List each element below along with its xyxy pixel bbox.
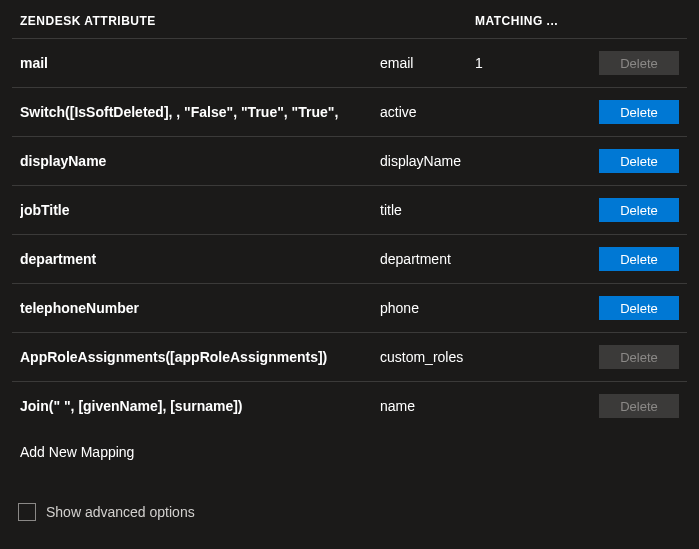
action-cell: Delete <box>589 51 679 75</box>
table-row[interactable]: telephoneNumberphoneDelete <box>12 284 687 333</box>
source-attribute: AppRoleAssignments([appRoleAssignments]) <box>20 349 380 365</box>
action-cell: Delete <box>589 247 679 271</box>
delete-button[interactable]: Delete <box>599 296 679 320</box>
show-advanced-checkbox[interactable] <box>18 503 36 521</box>
delete-button[interactable]: Delete <box>599 149 679 173</box>
target-attribute: email <box>380 55 475 71</box>
show-advanced-options-control[interactable]: Show advanced options <box>18 503 195 521</box>
source-attribute: telephoneNumber <box>20 300 380 316</box>
target-attribute: custom_roles <box>380 349 475 365</box>
target-attribute: title <box>380 202 475 218</box>
delete-button[interactable]: Delete <box>599 198 679 222</box>
table-row[interactable]: AppRoleAssignments([appRoleAssignments])… <box>12 333 687 382</box>
header-source: ZENDESK ATTRIBUTE <box>20 14 380 28</box>
table-row[interactable]: jobTitletitleDelete <box>12 186 687 235</box>
source-attribute: jobTitle <box>20 202 380 218</box>
table-row[interactable]: Join(" ", [givenName], [surname])nameDel… <box>12 382 687 430</box>
table-row[interactable]: departmentdepartmentDelete <box>12 235 687 284</box>
source-attribute: mail <box>20 55 380 71</box>
action-cell: Delete <box>589 149 679 173</box>
action-cell: Delete <box>589 394 679 418</box>
delete-button[interactable]: Delete <box>599 247 679 271</box>
target-attribute: phone <box>380 300 475 316</box>
delete-button: Delete <box>599 345 679 369</box>
table-body: mailemail1DeleteSwitch([IsSoftDeleted], … <box>12 39 687 430</box>
header-matching: MATCHING ... <box>475 14 589 28</box>
table-header: ZENDESK ATTRIBUTE MATCHING ... <box>12 0 687 39</box>
delete-button: Delete <box>599 51 679 75</box>
show-advanced-label: Show advanced options <box>46 504 195 520</box>
delete-button: Delete <box>599 394 679 418</box>
action-cell: Delete <box>589 100 679 124</box>
action-cell: Delete <box>589 296 679 320</box>
source-attribute: Join(" ", [givenName], [surname]) <box>20 398 380 414</box>
target-attribute: active <box>380 104 475 120</box>
action-cell: Delete <box>589 198 679 222</box>
source-attribute: department <box>20 251 380 267</box>
source-attribute: Switch([IsSoftDeleted], , "False", "True… <box>20 104 380 120</box>
add-new-mapping-link[interactable]: Add New Mapping <box>12 430 687 474</box>
attribute-mapping-table: ZENDESK ATTRIBUTE MATCHING ... mailemail… <box>0 0 699 474</box>
table-row[interactable]: mailemail1Delete <box>12 39 687 88</box>
delete-button[interactable]: Delete <box>599 100 679 124</box>
source-attribute: displayName <box>20 153 380 169</box>
target-attribute: displayName <box>380 153 475 169</box>
table-row[interactable]: displayNamedisplayNameDelete <box>12 137 687 186</box>
target-attribute: name <box>380 398 475 414</box>
action-cell: Delete <box>589 345 679 369</box>
table-row[interactable]: Switch([IsSoftDeleted], , "False", "True… <box>12 88 687 137</box>
target-attribute: department <box>380 251 475 267</box>
matching-precedence: 1 <box>475 55 589 71</box>
